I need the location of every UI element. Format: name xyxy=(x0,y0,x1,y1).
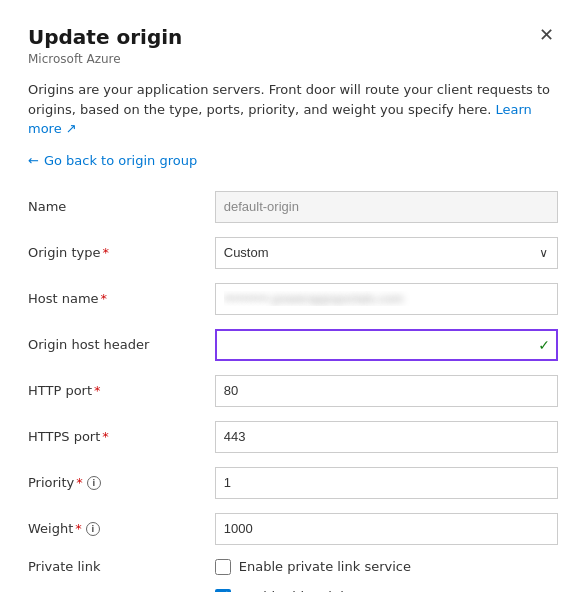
http-port-required: * xyxy=(94,383,101,398)
origin-host-header-wrap: ✓ xyxy=(215,329,558,361)
back-arrow-icon: ← xyxy=(28,153,39,168)
name-input[interactable] xyxy=(215,191,558,223)
weight-info-icon[interactable]: i xyxy=(86,522,100,536)
priority-required: * xyxy=(76,475,83,490)
description-text: Origins are your application servers. Fr… xyxy=(28,80,558,139)
origin-type-select-wrap: Custom App services Storage Cloud servic… xyxy=(215,237,558,269)
host-name-label: Host name xyxy=(28,291,99,306)
origin-host-header-label: Origin host header xyxy=(28,337,149,352)
origin-host-header-input[interactable] xyxy=(215,329,558,361)
status-wrap: Enable this origin xyxy=(215,589,558,593)
back-to-origin-group-link[interactable]: ← Go back to origin group xyxy=(28,153,197,168)
priority-input[interactable] xyxy=(215,467,558,499)
host-name-required: * xyxy=(101,291,108,306)
private-link-checkbox-label: Enable private link service xyxy=(239,559,411,574)
https-port-row: HTTPS port * xyxy=(28,414,558,460)
host-name-wrap xyxy=(215,283,558,315)
https-port-input[interactable] xyxy=(215,421,558,453)
origin-type-row: Origin type * Custom App services Storag… xyxy=(28,230,558,276)
form-table: Name Origin type * Custom xyxy=(28,184,558,593)
weight-row: Weight * i xyxy=(28,506,558,552)
status-checkbox[interactable] xyxy=(215,589,231,593)
https-port-required: * xyxy=(102,429,109,444)
private-link-checkbox[interactable] xyxy=(215,559,231,575)
http-port-label: HTTP port xyxy=(28,383,92,398)
origin-type-select[interactable]: Custom App services Storage Cloud servic… xyxy=(215,237,558,269)
name-label: Name xyxy=(28,199,66,214)
http-port-input[interactable] xyxy=(215,375,558,407)
priority-label: Priority xyxy=(28,475,74,490)
weight-input[interactable] xyxy=(215,513,558,545)
status-row: Status Enable this origin xyxy=(28,582,558,593)
weight-label: Weight xyxy=(28,521,73,536)
host-name-input[interactable] xyxy=(215,283,558,315)
weight-required: * xyxy=(75,521,82,536)
panel-subtitle: Microsoft Azure xyxy=(28,52,182,66)
origin-host-header-row: Origin host header ✓ xyxy=(28,322,558,368)
origin-type-required: * xyxy=(102,245,109,260)
update-origin-panel: Update origin Microsoft Azure ✕ Origins … xyxy=(0,0,586,592)
panel-header: Update origin Microsoft Azure ✕ xyxy=(28,24,558,66)
panel-title: Update origin xyxy=(28,24,182,50)
title-block: Update origin Microsoft Azure xyxy=(28,24,182,66)
priority-info-icon[interactable]: i xyxy=(87,476,101,490)
external-link-icon: ↗ xyxy=(66,121,77,136)
name-row: Name xyxy=(28,184,558,230)
host-name-row: Host name * xyxy=(28,276,558,322)
http-port-row: HTTP port * xyxy=(28,368,558,414)
private-link-wrap: Enable private link service xyxy=(215,559,558,575)
private-link-row: Private link Enable private link service xyxy=(28,552,558,582)
close-button[interactable]: ✕ xyxy=(535,24,558,46)
https-port-label: HTTPS port xyxy=(28,429,100,444)
private-link-label: Private link xyxy=(28,559,100,574)
origin-type-label: Origin type xyxy=(28,245,100,260)
priority-row: Priority * i xyxy=(28,460,558,506)
